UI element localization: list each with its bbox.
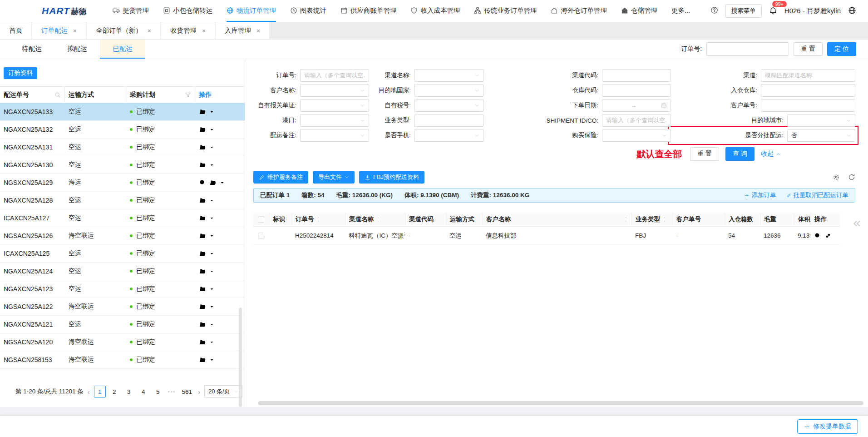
chevron-down-icon[interactable] [209,216,214,221]
add-order-link[interactable]: 添加订单 [745,191,776,199]
nav-item-supplier-bills[interactable]: 供应商账单管理 [340,0,397,22]
next-page-button[interactable]: › [198,388,200,396]
maintain-service-note-button[interactable]: 维护服务备注 [253,171,308,184]
nav-item-overseas-orders[interactable]: 海外仓订单管理 [551,0,607,22]
nav-item-chart-stats[interactable]: 图表统计 [290,0,326,22]
prev-page-button[interactable]: ‹ [88,388,90,396]
page-button[interactable]: 4 [138,386,149,397]
modify-bill-data-button[interactable]: 修改提单数据 [797,419,858,434]
insurance-select[interactable] [602,129,671,142]
tab-home[interactable]: 首页 [0,22,31,39]
tab-all-orders-new[interactable]: 全部订单（新）× [87,22,160,39]
folder-open-icon[interactable] [199,338,206,346]
chevron-down-icon[interactable] [209,251,214,256]
customer-order-no-input[interactable] [761,99,855,112]
folder-open-icon[interactable] [199,126,206,133]
close-tab-icon[interactable]: × [148,27,151,35]
chevron-down-icon[interactable] [209,358,214,363]
batch-cancel-dispatch-link[interactable]: 批量取消已配运订单 [786,191,849,199]
link-icon[interactable] [824,232,832,239]
folder-open-icon[interactable] [199,321,206,328]
nav-item-warehouse-mgmt[interactable]: 仓储管理 [621,0,657,22]
table-row[interactable]: NGSACN25A120 海空联运 已绑定 [0,333,245,351]
chevron-down-icon[interactable] [209,163,214,168]
chevron-down-icon[interactable] [209,233,214,238]
table-row[interactable]: NGSACN25A126 海空联运 已绑定 [0,227,245,245]
sort-icon[interactable] [624,217,628,222]
folder-open-icon[interactable] [199,232,206,239]
page-button[interactable]: 2 [108,386,120,397]
shipment-id-input[interactable]: 请输入（多个查询以空... [602,114,671,127]
export-file-button[interactable]: 导出文件 [313,171,355,184]
filter-reset-button[interactable]: 重 置 [690,147,719,161]
chevron-down-icon[interactable] [209,145,214,150]
collapse-filters-link[interactable]: 收起 [761,150,781,158]
table-row[interactable]: ICAXCN25A127 空运 已绑定 [0,209,245,227]
dest-city-select[interactable] [787,114,855,127]
table-row[interactable]: NGSACN25A122 海空联运 已绑定 [0,298,245,316]
filter-icon[interactable] [185,92,191,98]
page-button[interactable]: 3 [123,386,135,397]
own-customs-doc-select[interactable] [300,99,369,112]
folder-open-icon[interactable] [199,268,206,275]
search-menu-button[interactable]: 搜索菜单 [725,4,762,18]
table-row[interactable]: NGAXCN25A123 空运 已绑定 [0,280,245,298]
notification-bell[interactable]: 99+ [769,7,777,15]
nav-item-traditional-orders[interactable]: 传统业务订单管理 [474,0,537,22]
col-header-dispatch-no[interactable]: 配运单号 [0,87,65,103]
table-row[interactable]: ICAXCN25A125 空运 已绑定 [0,245,245,263]
booking-info-button[interactable]: 订舱资料 [4,67,37,79]
subtab-pending-dispatch[interactable]: 待配运 [9,40,54,59]
tab-receiving-mgmt[interactable]: 收货管理× [161,22,215,39]
order-no-filter-input[interactable]: 请输入（多个查询以空... [300,69,369,82]
port-select[interactable] [300,114,369,127]
table-row[interactable]: NGAXCN25A124 空运 已绑定 [0,263,245,280]
table-row[interactable]: NGAXCN25A133 空运 已绑定 [0,103,245,121]
sort-icon[interactable] [376,217,380,222]
nav-item-logistics-order-mgmt[interactable]: 物流订单管理 [227,0,276,22]
page-button[interactable]: 1 [94,386,106,397]
zoom-in-icon[interactable] [814,232,821,239]
table-row[interactable]: H2502242814 科特迪瓦（IC）空派手... - 空运 信息科技部 FB… [253,227,840,245]
dispatch-note-select[interactable] [300,129,369,142]
subtab-dispatched[interactable]: 已配运 [100,40,145,59]
sort-icon[interactable] [662,217,666,222]
channel-name-select[interactable] [414,69,483,82]
close-tab-icon[interactable]: × [256,27,260,35]
warehouse-code-input[interactable] [602,84,671,97]
chevron-down-icon[interactable] [220,180,225,185]
split-dispatch-select[interactable]: 否 [787,129,855,142]
chevron-down-icon[interactable] [209,127,214,132]
dest-country-select[interactable] [414,84,483,97]
chevron-down-icon[interactable] [209,322,214,327]
nav-item-pickup[interactable]: 提货管理 [113,0,149,22]
select-all-checkbox[interactable] [258,216,264,223]
folder-open-icon[interactable] [199,161,206,169]
folder-open-icon[interactable] [199,214,206,222]
table-row[interactable]: NGAXCN25A121 空运 已绑定 [0,316,245,333]
table-row[interactable]: NGAXCN25A131 空运 已绑定 [0,139,245,156]
search-icon[interactable] [199,179,206,186]
search-icon[interactable] [54,92,61,98]
sort-icon[interactable] [316,217,321,222]
collapse-panel-handle[interactable]: « [853,216,861,229]
pagination-ellipsis[interactable]: ••• [168,389,176,394]
reset-button[interactable]: 重 置 [794,42,823,56]
inbound-warehouse-input[interactable] [761,84,855,97]
nav-item-revenue-cost[interactable]: 收入成本管理 [410,0,460,22]
row-checkbox[interactable] [258,233,264,239]
own-tax-no-select[interactable] [414,99,483,112]
help-icon[interactable] [710,6,718,15]
folder-open-icon[interactable] [209,179,217,186]
folder-open-icon[interactable] [199,303,206,310]
gear-icon[interactable] [833,174,840,181]
locate-button[interactable]: 定 位 [827,42,856,56]
chevron-down-icon[interactable] [209,340,214,345]
chevron-down-icon[interactable] [209,269,214,274]
chevron-down-icon[interactable] [209,304,214,309]
table-row[interactable]: NGAXCN25A130 空运 已绑定 [0,156,245,174]
page-button[interactable]: 5 [152,386,164,397]
refresh-icon[interactable] [848,174,855,181]
chevron-down-icon[interactable] [209,109,214,114]
fbj-delivery-info-button[interactable]: FBJ预约配送资料 [359,171,424,184]
